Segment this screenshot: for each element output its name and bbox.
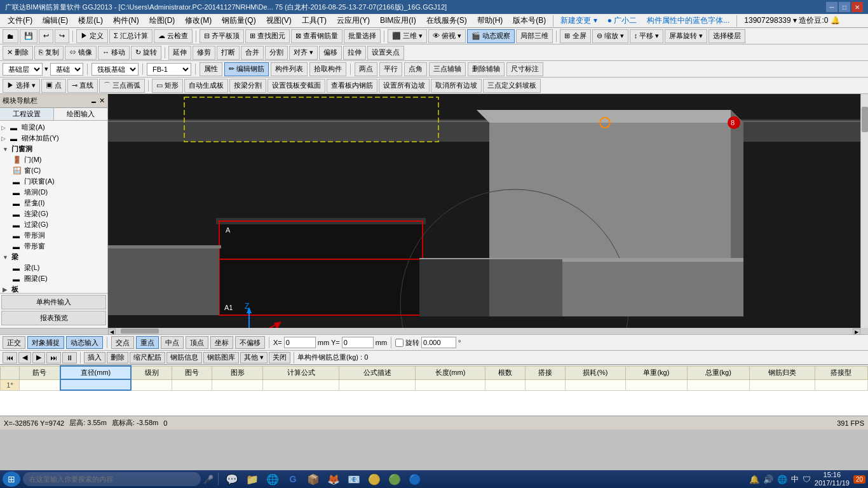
taskbar-mail[interactable]: 📧 <box>345 471 363 487</box>
tb-auto-slab[interactable]: 自动生成板 <box>184 79 228 93</box>
menu-view[interactable]: 视图(V) <box>261 14 297 27</box>
taskbar-badge[interactable]: 20 <box>853 475 865 484</box>
snap-orthogonal[interactable]: 正交 <box>3 336 25 349</box>
taskbar-search-input[interactable] <box>23 472 201 486</box>
snap-dynamic-input[interactable]: 动态输入 <box>66 336 103 349</box>
snap-coord[interactable]: 坐标 <box>210 336 233 349</box>
snap-midpoint[interactable]: 重点 <box>136 336 159 349</box>
rebar-close[interactable]: 关闭 <box>269 352 290 363</box>
tb-dynamic-view[interactable]: 🎬 动态观察 <box>467 29 515 43</box>
tb-align[interactable]: 对齐 ▾ <box>289 46 318 60</box>
start-button[interactable]: ⊞ <box>3 471 20 487</box>
tb-extend[interactable]: 延伸 <box>168 46 191 60</box>
taskbar-cortana[interactable]: 💬 <box>223 471 241 487</box>
tb-two-points[interactable]: 两点 <box>355 62 377 76</box>
tree-item-beam[interactable]: ▬ 梁(L) <box>1 262 106 273</box>
layer-select[interactable]: 基础层 <box>3 63 43 76</box>
tb-find-element[interactable]: ⊞ 查找图元 <box>245 29 290 43</box>
menu-rebar-qty[interactable]: 钢筋量(Q) <box>217 14 261 27</box>
tb-mirror[interactable]: ⇔ 镜像 <box>65 46 97 60</box>
tb-del-aux[interactable]: 删除辅轴 <box>468 62 505 76</box>
rebar-delete[interactable]: 删除 <box>107 352 128 363</box>
cell-total-weight[interactable] <box>688 379 750 390</box>
tab-engineering-setup[interactable]: 工程设置 <box>0 108 54 120</box>
tree-item-wall-hole[interactable]: ▬ 墙洞(D) <box>1 187 106 198</box>
menu-edit[interactable]: 编辑(E) <box>37 14 73 27</box>
tb-dim-label[interactable]: 尺寸标注 <box>506 62 543 76</box>
taskbar-app3[interactable]: 🔵 <box>406 471 424 487</box>
rebar-other[interactable]: 其他 ▾ <box>240 352 268 363</box>
tree-item-strip-hole[interactable]: ▬ 带形洞 <box>1 230 106 241</box>
cell-fig-num[interactable] <box>172 379 212 390</box>
tb-edit-rebar[interactable]: ✏ 编辑钢筋 <box>224 62 269 76</box>
tb-line[interactable]: ⊸ 直线 <box>67 79 98 93</box>
cell-diameter[interactable] <box>60 379 131 390</box>
tb-3d[interactable]: ⬛ 三维 ▾ <box>388 29 427 43</box>
cell-category[interactable] <box>749 379 815 390</box>
taskbar-ie[interactable]: 🌐 <box>264 471 281 487</box>
cell-formula[interactable] <box>263 379 339 390</box>
tb-split[interactable]: 分割 <box>265 46 288 60</box>
rebar-pause[interactable]: ⏸ <box>62 352 77 363</box>
tb-pick-component[interactable]: 拾取构件 <box>309 62 346 76</box>
section-slab[interactable]: ▶ 板 <box>1 284 106 293</box>
tb-3pt-slope[interactable]: 三点定义斜坡板 <box>483 79 541 93</box>
rotate-checkbox[interactable] <box>395 339 403 347</box>
cell-shape[interactable] <box>212 379 263 390</box>
panel-controls[interactable]: 🗕 ✕ <box>90 97 105 105</box>
snap-endpoint[interactable]: 顶点 <box>186 336 208 349</box>
taskbar-notify[interactable]: 🔔 <box>749 475 759 484</box>
cell-loss[interactable] <box>566 379 625 390</box>
tree-item-door-window[interactable]: ▬ 门联窗(A) <box>1 176 106 187</box>
menu-component[interactable]: 构件(N) <box>108 14 144 27</box>
tb-offset[interactable]: 偏移 <box>319 46 342 60</box>
menu-draw[interactable]: 绘图(D) <box>144 14 180 27</box>
cell-grade[interactable] <box>131 379 172 390</box>
taskbar-app1[interactable]: 🟡 <box>365 471 383 487</box>
rebar-insert[interactable]: 插入 <box>84 352 105 363</box>
tb-slab-section[interactable]: 设置筏板变截面 <box>268 79 325 93</box>
tb-properties[interactable]: 属性 <box>200 62 222 76</box>
cell-formula-desc[interactable] <box>339 379 416 390</box>
tab-draw-input[interactable]: 绘图输入 <box>54 108 107 120</box>
tb-point-angle[interactable]: 点角 <box>404 62 427 76</box>
tb-view-rebar[interactable]: ⊠ 查看钢筋量 <box>291 29 342 43</box>
tree-item-window[interactable]: 🪟 窗(C) <box>1 165 106 176</box>
canvas-area[interactable]: 8 A A1 Z Y <box>108 94 868 328</box>
taskbar-network[interactable]: 🌐 <box>777 475 787 484</box>
taskbar-store[interactable]: 📦 <box>304 471 322 487</box>
rebar-next[interactable]: ▶ <box>32 352 45 363</box>
x-input[interactable] <box>284 337 316 348</box>
taskbar-app2[interactable]: 🟢 <box>386 471 403 487</box>
taskbar-shield[interactable]: 🛡 <box>803 475 811 484</box>
menu-tools[interactable]: 工具(T) <box>297 14 332 27</box>
tb-point-draw[interactable]: ▣ 点 <box>41 79 66 93</box>
tb-trim[interactable]: 修剪 <box>193 46 215 60</box>
mic-icon[interactable]: 🎤 <box>203 475 214 484</box>
tree-item-conn-beam[interactable]: ▬ 连梁(G) <box>1 208 106 219</box>
rotate-input[interactable] <box>421 337 456 348</box>
tb-break[interactable]: 打断 <box>217 46 240 60</box>
tb-rotate[interactable]: ↻ 旋转 <box>131 46 161 60</box>
tb-parallel[interactable]: 平行 <box>379 62 402 76</box>
close-button[interactable]: ✕ <box>851 2 863 12</box>
tree-item-niche[interactable]: ▬ 壁龛(I) <box>1 198 106 208</box>
cell-length[interactable] <box>416 379 485 390</box>
menu-new-change[interactable]: 新建变更 ▾ <box>555 14 602 27</box>
tb-delete[interactable]: ✕ 删除 <box>3 46 33 60</box>
tree-item-door[interactable]: 🚪 门(M) <box>1 154 106 165</box>
rebar-info[interactable]: 钢筋信息 <box>166 352 202 363</box>
tb-rect[interactable]: ▭ 矩形 <box>152 79 183 93</box>
tb-screen-rotate[interactable]: 屏幕旋转 ▾ <box>665 29 707 43</box>
cell-count[interactable] <box>485 379 525 390</box>
tb-select[interactable]: ▶ 选择 ▾ <box>3 79 40 93</box>
minimize-button[interactable]: ─ <box>826 2 837 12</box>
tree-item-strip-window[interactable]: ▬ 带形窗 <box>1 241 106 252</box>
tb-fullscreen[interactable]: ⊞ 全屏 <box>560 29 590 43</box>
tb-merge[interactable]: 合并 <box>241 46 264 60</box>
menu-help[interactable]: 帮助(H) <box>472 14 508 27</box>
menu-brand[interactable]: ● 广小二 <box>602 14 642 27</box>
menu-version[interactable]: 版本号(B) <box>508 14 551 27</box>
tb-top-view[interactable]: 👁 俯视 ▾ <box>428 29 466 43</box>
tb-define[interactable]: ▶ 定义 <box>76 29 108 43</box>
